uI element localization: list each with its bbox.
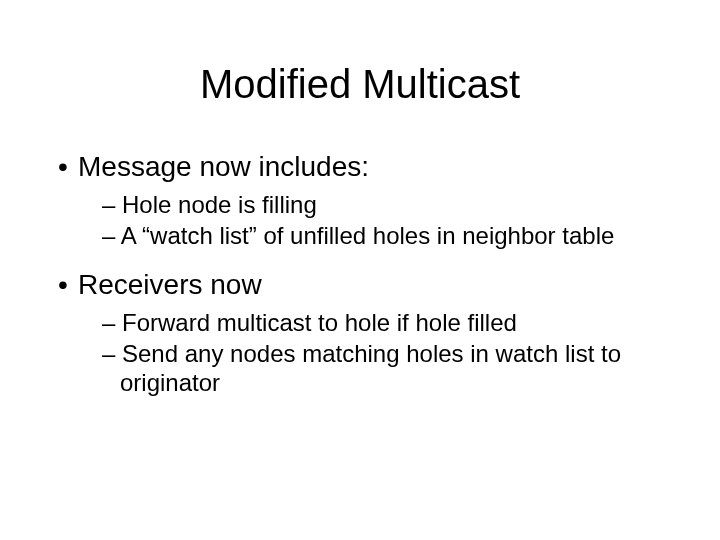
bullet-group: Forward multicast to hole if hole filled… <box>58 308 662 398</box>
bullet-level2: Forward multicast to hole if hole filled <box>58 308 662 337</box>
slide-body: Message now includes: Hole node is filli… <box>58 150 662 416</box>
bullet-level2: A “watch list” of unfilled holes in neig… <box>58 221 662 250</box>
slide: Modified Multicast Message now includes:… <box>0 0 720 540</box>
bullet-level1: Message now includes: <box>58 150 662 184</box>
bullet-level2: Send any nodes matching holes in watch l… <box>58 339 662 398</box>
bullet-group: Hole node is filling A “watch list” of u… <box>58 190 662 251</box>
bullet-level2: Hole node is filling <box>58 190 662 219</box>
bullet-level1: Receivers now <box>58 268 662 302</box>
slide-title: Modified Multicast <box>0 62 720 107</box>
